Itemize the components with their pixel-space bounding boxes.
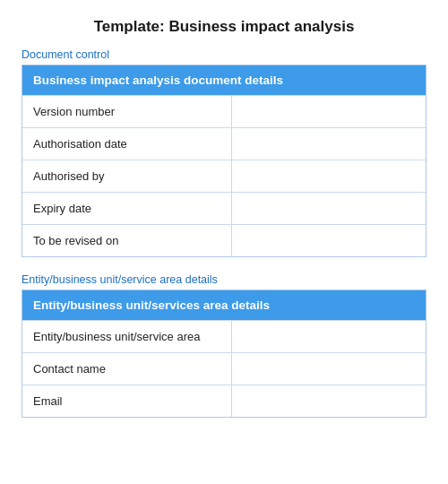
row-value bbox=[232, 96, 426, 127]
row-value bbox=[232, 193, 426, 224]
row-label: Contact name bbox=[22, 353, 232, 385]
row-label: Email bbox=[22, 385, 232, 417]
row-label: Version number bbox=[22, 96, 232, 127]
row-value bbox=[232, 385, 426, 417]
row-value bbox=[232, 160, 426, 192]
row-value bbox=[232, 128, 426, 160]
row-label: Entity/business unit/service area bbox=[22, 321, 232, 352]
section2-table-header: Entity/business unit/services area detai… bbox=[22, 290, 426, 320]
section1-table-header: Business impact analysis document detail… bbox=[22, 65, 426, 95]
row-value bbox=[232, 225, 426, 256]
section2-label: Entity/business unit/service area detail… bbox=[22, 273, 426, 286]
table-row: Email bbox=[22, 385, 426, 417]
table-row: Expiry date bbox=[22, 192, 426, 224]
table-row: Version number bbox=[22, 95, 426, 127]
row-value bbox=[232, 353, 426, 385]
table-row: To be revised on bbox=[22, 224, 426, 256]
row-label: Authorisation date bbox=[22, 128, 232, 160]
table-row: Entity/business unit/service area bbox=[22, 320, 426, 352]
page-title: Template: Business impact analysis bbox=[22, 18, 426, 36]
row-label: Expiry date bbox=[22, 193, 232, 224]
table-row: Contact name bbox=[22, 352, 426, 385]
table-row: Authorised by bbox=[22, 160, 426, 192]
section2-table: Entity/business unit/services area detai… bbox=[22, 290, 426, 418]
table-row: Authorisation date bbox=[22, 127, 426, 160]
row-label: Authorised by bbox=[22, 160, 232, 192]
section1-label: Document control bbox=[22, 48, 426, 61]
row-label: To be revised on bbox=[22, 225, 232, 256]
row-value bbox=[232, 321, 426, 352]
section1-table: Business impact analysis document detail… bbox=[22, 65, 426, 257]
